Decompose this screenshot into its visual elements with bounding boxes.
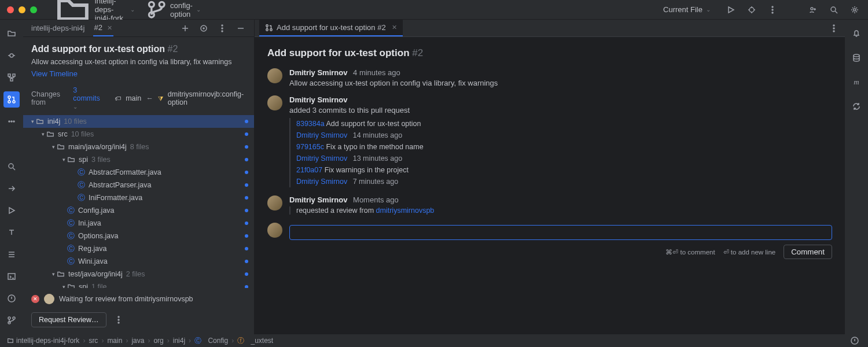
pull-request-sidebar: intellij-deps-ini4j #2 ✕ Add support for… <box>23 20 255 334</box>
folder-icon <box>46 130 54 138</box>
services-tool-icon[interactable] <box>3 202 20 219</box>
chevron-down-icon[interactable]: ▾ <box>29 119 36 124</box>
folder-icon <box>57 270 65 278</box>
commit-author[interactable]: Dmitriy Smirnov <box>296 154 347 163</box>
maven-icon[interactable]: m <box>848 74 865 90</box>
sidebar-tab-pr[interactable]: #2 ✕ <box>93 20 113 36</box>
chevron-down-icon: ⌄ <box>73 104 78 110</box>
tree-root[interactable]: ▾ ini4j 10 files <box>23 115 254 128</box>
typography-tool-icon[interactable] <box>3 224 20 241</box>
pull-requests-tool-icon[interactable] <box>3 91 20 108</box>
maximize-window-icon[interactable] <box>30 6 37 13</box>
bookmarks-tool-icon[interactable] <box>3 246 20 263</box>
svg-point-3 <box>749 8 754 12</box>
run-config-selector[interactable]: Current File ⌄ <box>657 3 716 16</box>
svg-point-19 <box>13 121 14 122</box>
tree-folder[interactable]: ▾ spi 1 file <box>23 280 254 288</box>
tree-meta: 1 file <box>91 283 106 288</box>
tree-file[interactable]: ⒸWini.java <box>23 255 254 268</box>
commits-dropdown[interactable]: 3 commits ⌄ <box>73 86 105 110</box>
chevron-down-icon[interactable]: ▾ <box>50 144 57 150</box>
svg-point-27 <box>203 28 204 29</box>
breadcrumb[interactable]: main <box>107 337 122 345</box>
modified-dot-icon <box>245 272 248 276</box>
more-icon[interactable] <box>216 22 229 35</box>
chevron-down-icon[interactable]: ▾ <box>50 271 57 277</box>
branch-selector[interactable]: config-option ⌄ <box>141 0 207 22</box>
commit-author[interactable]: Dmitriy Smirnov <box>296 178 347 186</box>
field-icon: ⓕ <box>237 336 244 346</box>
comment-button[interactable]: Comment <box>784 245 832 259</box>
tree-file[interactable]: ⒸOptions.java <box>23 230 254 242</box>
structure-tool-icon[interactable] <box>3 69 20 86</box>
tree-file[interactable]: ⒸIniFormatter.java <box>23 191 254 204</box>
tree-folder[interactable]: ▾ test/java/org/ini4j 2 files <box>23 268 254 280</box>
breadcrumb[interactable]: ⓕ _uxtest <box>237 336 273 346</box>
tree-label: Options.java <box>78 232 118 240</box>
run-config-label: Current File <box>663 5 703 14</box>
statusbar: intellij-deps-ini4j-fork › src › main › … <box>0 334 868 347</box>
database-icon[interactable] <box>848 50 865 66</box>
avatar <box>267 68 282 83</box>
sync-icon[interactable] <box>848 98 865 115</box>
minimize-window-icon[interactable] <box>19 6 25 13</box>
run-button[interactable] <box>724 3 737 16</box>
add-icon[interactable] <box>179 22 192 35</box>
more-menu-icon[interactable] <box>766 3 779 16</box>
chevron-down-icon[interactable]: ▾ <box>39 131 46 137</box>
tree-label: src <box>58 130 68 138</box>
tree-file[interactable]: ⒸIni.java <box>23 217 254 230</box>
debug-button[interactable] <box>745 3 758 16</box>
chevron-down-icon[interactable]: ▾ <box>60 157 67 163</box>
tree-file[interactable]: ⒸReg.java <box>23 242 254 255</box>
tree-file[interactable]: ⒸConfig.java <box>23 204 254 217</box>
vcs-tool-icon[interactable] <box>3 312 20 328</box>
notifications-icon[interactable] <box>848 25 865 42</box>
project-tool-icon[interactable] <box>3 25 20 42</box>
code-with-me-icon[interactable] <box>807 3 819 16</box>
more-tools-icon[interactable] <box>3 113 20 130</box>
request-review-button[interactable]: Request Review… <box>31 312 106 327</box>
tree-folder[interactable]: ▾ main/java/org/ini4j 8 files <box>23 141 254 153</box>
commit-hash[interactable]: 979165c <box>296 143 324 151</box>
view-timeline-link[interactable]: View Timeline <box>31 69 246 78</box>
breadcrumb[interactable]: intellij-deps-ini4j-fork <box>7 337 79 345</box>
sidebar-tab-project[interactable]: intellij-deps-ini4j <box>30 20 86 36</box>
find-tool-icon[interactable] <box>3 158 20 175</box>
close-icon[interactable]: ✕ <box>107 24 112 31</box>
tree-folder[interactable]: ▾ spi 3 files <box>23 153 254 166</box>
breadcrumb[interactable]: ini4j <box>173 337 185 345</box>
target-icon[interactable] <box>197 22 210 35</box>
close-window-icon[interactable] <box>7 6 14 13</box>
commit-tool-icon[interactable] <box>3 47 20 64</box>
more-icon[interactable] <box>112 313 125 326</box>
search-icon[interactable] <box>827 3 840 16</box>
tree-file[interactable]: ⒸAbstractParser.java <box>23 179 254 191</box>
svg-point-28 <box>222 25 223 26</box>
comment-input[interactable] <box>289 225 832 240</box>
class-file-icon: Ⓒ <box>78 168 85 178</box>
commit-author[interactable]: Dmitriy Smirnov <box>296 131 347 139</box>
reviewer-link[interactable]: dmitriysmirnovspb <box>376 206 435 215</box>
commit-hash[interactable]: 21f0a07 <box>296 166 322 174</box>
more-icon[interactable] <box>827 22 840 35</box>
chevron-down-icon[interactable]: ▾ <box>60 284 67 288</box>
breadcrumb[interactable]: org <box>153 337 163 345</box>
minimize-icon[interactable] <box>234 22 247 35</box>
close-icon[interactable]: ✕ <box>392 24 397 31</box>
modified-dot-icon <box>245 120 248 123</box>
problems-icon[interactable] <box>848 334 861 347</box>
tree-file[interactable]: ⒸAbstractFormatter.java <box>23 166 254 179</box>
folder-icon <box>36 117 44 125</box>
settings-icon[interactable] <box>848 3 861 16</box>
terminal-tool-icon[interactable] <box>3 268 20 285</box>
tree-folder[interactable]: ▾ src 10 files <box>23 128 254 141</box>
problems-tool-icon[interactable] <box>3 290 20 307</box>
commit-hash[interactable]: 839384a <box>296 120 325 128</box>
run-tool-icon[interactable] <box>3 180 20 197</box>
breadcrumb[interactable]: src <box>89 337 98 345</box>
editor-tab-pr[interactable]: Add support for ux-test option #2 ✕ <box>259 20 403 36</box>
breadcrumb[interactable]: Ⓒ Config <box>194 336 228 346</box>
breadcrumb[interactable]: java <box>131 337 144 345</box>
commit-message: Fix warnings in the project <box>325 166 409 174</box>
